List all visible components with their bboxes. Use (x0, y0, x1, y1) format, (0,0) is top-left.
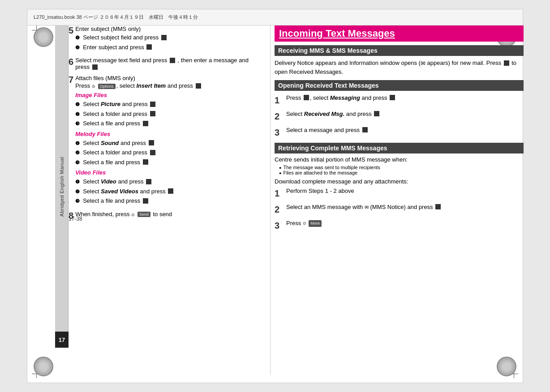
step-5-content: Enter subject (MMS only) ❶ Select subjec… (75, 26, 260, 52)
press-icon-8 (143, 121, 148, 126)
press-icon-11 (143, 159, 148, 165)
step-7-content: Attach files (MMS only) Press ⊙ Options,… (75, 75, 260, 206)
ornament-bottom-left (34, 357, 53, 376)
press-icon-10 (150, 150, 155, 155)
column-divider (270, 26, 271, 375)
r-step2-2-content: Select Received Msg. and press (286, 110, 524, 123)
r-step3-2-num: 2 (275, 203, 286, 216)
press-icon-1 (161, 35, 167, 40)
step-7-num: 7 (69, 75, 73, 206)
press-icon-r6 (435, 204, 441, 209)
r-step2-2-num: 2 (275, 110, 286, 123)
vid-sub1: ❶ Select Video and press (75, 177, 260, 186)
vid-sub2: ❷ Select Saved Videos and press (75, 187, 260, 196)
step-6-num: 6 (69, 57, 73, 70)
step-8-content: When finished, press ⊙ Send to send (75, 211, 260, 221)
press-icon-6 (150, 102, 155, 107)
vid-sub3: ❸ Select a file and press (75, 196, 260, 205)
step-5-sub2: ❷ Enter subject and press (75, 43, 260, 52)
section3-intro: Centre sends initial portion of MMS mess… (275, 156, 524, 163)
left-column: 5 Enter subject (MMS only) ❶ Select subj… (69, 26, 266, 226)
image-files-label: Image Files (75, 92, 260, 98)
r-step2-2: 2 Select Received Msg. and press (275, 110, 524, 123)
r-step2-1-content: Press , select Messaging and press (286, 94, 524, 107)
r-step3-3-content: Press ⊙ More (286, 219, 524, 232)
step-7-press-line: Press ⊙ Options, select Insert Item and … (75, 82, 260, 89)
img-sub2: ❷ Select a folder and press (75, 110, 260, 119)
more-badge: More (309, 220, 322, 227)
sidebar-tab: Abridged English Manual (55, 26, 69, 348)
options-badge: Options (98, 84, 116, 89)
section3-title: Retrieving Complete MMS Messages (275, 143, 524, 153)
press-icon-5 (196, 83, 201, 89)
r-step2-1-num: 1 (275, 94, 286, 107)
press-icon-14 (143, 198, 148, 204)
page-frame: L270_insatsu.book 38 ページ ２０６年４月１９日 水曜日 午… (27, 9, 523, 383)
step-6-content: Select message text field and press , th… (75, 57, 260, 70)
press-icon-7 (150, 111, 155, 116)
step-5-sub1: ❶ Select subject field and press (75, 33, 260, 42)
main-title: Incoming Text Messages (275, 26, 524, 42)
img-sub1: ❶ Select Picture and press (75, 100, 260, 109)
content-area: 5 Enter subject (MMS only) ❶ Select subj… (69, 26, 524, 383)
press-icon-2 (146, 44, 152, 50)
r-step2-3: 3 Select a message and press (275, 126, 524, 139)
press-icon-r5 (362, 127, 368, 132)
section1-body: Delivery Notice appears and Information … (275, 59, 524, 77)
section3-download: Download complete message and any attach… (275, 178, 524, 185)
press-icon-13 (168, 188, 173, 194)
r-step3-2: 2 Select an MMS message with ✉ (MMS Noti… (275, 203, 524, 216)
mel-sub1: ❶ Select Sound and press (75, 139, 260, 148)
step-5: 5 Enter subject (MMS only) ❶ Select subj… (69, 26, 266, 52)
section1-title: Receiving MMS & SMS Messages (275, 45, 524, 56)
press-icon-r2 (304, 95, 309, 100)
section3-bullets: The message was sent to multiple recipie… (279, 165, 524, 175)
mel-sub2: ❷ Select a folder and press (75, 148, 260, 157)
ornament-top-left (34, 27, 53, 47)
press-icon-9 (149, 140, 154, 145)
press-icon-4 (92, 64, 98, 70)
chapter-number: 17 (59, 337, 65, 343)
bullet-2: Files are attached to the message (279, 170, 524, 175)
r-step2-3-content: Select a message and press (286, 126, 524, 139)
bullet-1: The message was sent to multiple recipie… (279, 165, 524, 170)
r-step3-1: 1 Perform Steps 1 - 2 above (275, 187, 524, 200)
header-bar: L270_insatsu.book 38 ページ ２０６年４月１９日 水曜日 午… (27, 9, 523, 26)
press-icon-12 (146, 179, 151, 184)
melody-files-label: Melody Files (75, 131, 260, 137)
r-step3-3: 3 Press ⊙ More (275, 219, 524, 232)
page-number: 17-38 (69, 216, 82, 222)
send-badge: Send (138, 212, 150, 217)
step-7-title: Attach files (MMS only) (75, 75, 260, 81)
img-sub3: ❸ Select a file and press (75, 119, 260, 128)
press-icon-r3 (390, 95, 395, 100)
step-5-num: 5 (69, 26, 73, 52)
r-step3-2-content: Select an MMS message with ✉ (MMS Notice… (286, 203, 524, 216)
step-7: 7 Attach files (MMS only) Press ⊙ Option… (69, 75, 266, 206)
press-icon-r4 (374, 111, 379, 116)
press-icon-3 (170, 58, 175, 63)
r-step2-3-num: 3 (275, 126, 286, 139)
r-step3-3-num: 3 (275, 219, 286, 232)
step-5-title: Enter subject (MMS only) (75, 26, 260, 32)
press-icon-r1 (504, 60, 509, 66)
chapter-box: 17 (55, 332, 69, 348)
right-column: Incoming Text Messages Receiving MMS & S… (275, 26, 524, 235)
r-step3-1-num: 1 (275, 187, 286, 200)
step-6: 6 Select message text field and press , … (69, 57, 266, 70)
header-text: L270_insatsu.book 38 ページ ２０６年４月１９日 水曜日 午… (34, 14, 198, 21)
r-step2-1: 1 Press , select Messaging and press (275, 94, 524, 107)
section2-title: Opening Received Text Messages (275, 80, 524, 91)
mel-sub3: ❸ Select a file and press (75, 158, 260, 167)
r-step3-1-content: Perform Steps 1 - 2 above (286, 187, 524, 200)
step-8: 8 When finished, press ⊙ Send to send (69, 211, 266, 221)
video-files-label: Video Files (75, 169, 260, 176)
sidebar-label: Abridged English Manual (59, 157, 64, 217)
